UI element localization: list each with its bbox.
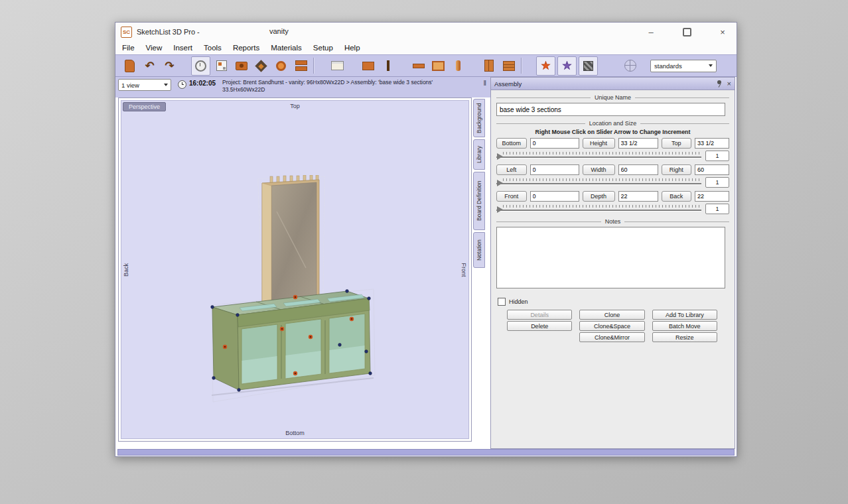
- title-bar[interactable]: SC SketchList 3D Pro - vanity – ×: [115, 23, 737, 41]
- view-count-value: 1 view: [121, 82, 139, 89]
- front-button[interactable]: Front: [496, 191, 527, 202]
- notes-textarea[interactable]: [496, 227, 725, 288]
- toolbar: ↶ ↷: [115, 54, 737, 77]
- bottom-input[interactable]: [530, 138, 579, 149]
- app-title: SketchList 3D Pro -: [137, 28, 200, 36]
- height-button[interactable]: Height: [583, 138, 615, 149]
- view-count-dropdown[interactable]: 1 view: [118, 79, 171, 91]
- move-icon[interactable]: [252, 57, 270, 75]
- document-title: vanity: [269, 27, 289, 35]
- rail-icon[interactable]: [409, 57, 427, 75]
- height-input[interactable]: [618, 138, 658, 149]
- left-input[interactable]: [530, 164, 579, 175]
- tab-library[interactable]: Library: [473, 139, 485, 170]
- board-icon[interactable]: [359, 57, 377, 75]
- add-to-library-button[interactable]: Add To Library: [652, 310, 717, 320]
- hidden-checkbox[interactable]: [498, 298, 506, 306]
- maximize-button[interactable]: [681, 26, 693, 38]
- depth-slider[interactable]: [496, 204, 701, 214]
- timer-icon[interactable]: [191, 56, 210, 76]
- slider-thumb[interactable]: [497, 180, 503, 186]
- unique-name-input[interactable]: [496, 103, 725, 116]
- back-button[interactable]: Back: [662, 191, 692, 202]
- menu-setup[interactable]: Setup: [313, 44, 333, 52]
- clone-space-button[interactable]: Clone&Space: [579, 321, 644, 331]
- door-icon[interactable]: [480, 57, 498, 75]
- camera-icon[interactable]: [232, 57, 250, 75]
- menu-file[interactable]: File: [122, 44, 135, 52]
- clone-button[interactable]: Clone: [579, 310, 644, 320]
- slider-thumb[interactable]: [497, 206, 503, 213]
- viewport-edge-label-top: Top: [121, 103, 468, 109]
- explode-icon[interactable]: [536, 56, 555, 76]
- viewport-canvas[interactable]: Perspective Top Bottom Back Front: [121, 100, 469, 439]
- drawer-icon[interactable]: [500, 57, 518, 75]
- depth-input[interactable]: [618, 191, 658, 202]
- app-window: SC SketchList 3D Pro - vanity – × File V…: [115, 22, 737, 457]
- toolbar-separator: [521, 58, 522, 74]
- standards-dropdown[interactable]: standards: [650, 60, 717, 72]
- panel-close-icon[interactable]: ×: [727, 80, 731, 88]
- assembly-panel-title: Assembly: [494, 80, 522, 88]
- menu-insert[interactable]: Insert: [173, 44, 192, 52]
- viewport-edge-label-left: Back: [123, 263, 129, 276]
- clone-mirror-button[interactable]: Clone&Mirror: [579, 332, 644, 342]
- horizontal-scrollbar[interactable]: [117, 449, 735, 456]
- menu-tools[interactable]: Tools: [204, 44, 222, 52]
- splitter-handle-icon[interactable]: ‖: [483, 79, 486, 87]
- top-button[interactable]: Top: [662, 138, 692, 149]
- depth-increment-box[interactable]: 1: [705, 204, 729, 214]
- new-document-icon[interactable]: [121, 57, 139, 75]
- redo-icon[interactable]: ↷: [161, 57, 178, 75]
- tab-notation[interactable]: Notation: [473, 232, 485, 268]
- width-slider[interactable]: [496, 178, 701, 188]
- globe-icon[interactable]: [621, 57, 639, 75]
- tab-board-definition[interactable]: Board Definition: [473, 172, 485, 230]
- width-button[interactable]: Width: [583, 164, 615, 175]
- tab-background[interactable]: Background: [473, 99, 485, 137]
- vanity-3d-model[interactable]: [206, 175, 392, 407]
- back-input[interactable]: [695, 191, 729, 202]
- width-input[interactable]: [618, 164, 658, 175]
- right-button[interactable]: Right: [662, 164, 692, 175]
- dowel-icon[interactable]: [272, 57, 290, 75]
- viewport-edge-label-bottom: Bottom: [121, 430, 468, 436]
- minimize-button[interactable]: –: [645, 26, 657, 38]
- undo-icon[interactable]: ↶: [141, 57, 159, 75]
- panel-icon[interactable]: [429, 57, 447, 75]
- leg-icon[interactable]: [449, 57, 467, 75]
- top-input[interactable]: [695, 138, 729, 149]
- menu-materials[interactable]: Materials: [271, 44, 302, 52]
- session-time: 16:02:05: [189, 80, 216, 87]
- menu-view[interactable]: View: [146, 44, 163, 52]
- height-increment-box[interactable]: 1: [705, 151, 729, 161]
- resize-button[interactable]: Resize: [652, 332, 717, 342]
- delete-button[interactable]: Delete: [507, 321, 572, 331]
- divider-icon[interactable]: [379, 57, 397, 75]
- bottom-button[interactable]: Bottom: [496, 138, 527, 149]
- front-input[interactable]: [530, 191, 579, 202]
- details-button[interactable]: Details: [507, 310, 572, 320]
- right-input[interactable]: [695, 164, 729, 175]
- shelf-icon[interactable]: [292, 57, 310, 75]
- height-slider[interactable]: [496, 151, 701, 161]
- slider-thumb[interactable]: [497, 153, 503, 160]
- left-button[interactable]: Left: [496, 164, 527, 175]
- window-controls: – ×: [645, 23, 729, 41]
- batch-move-button[interactable]: Batch Move: [652, 321, 717, 331]
- width-increment-box[interactable]: 1: [705, 177, 729, 188]
- countertop-icon[interactable]: [328, 57, 346, 75]
- menu-reports[interactable]: Reports: [233, 44, 259, 52]
- pin-icon[interactable]: [716, 80, 723, 88]
- action-col-3: Add To Library Batch Move Resize: [652, 310, 717, 342]
- menu-help[interactable]: Help: [344, 44, 360, 52]
- assembly-panel-titlebar[interactable]: Assembly ×: [491, 78, 735, 90]
- assemble-icon[interactable]: [557, 56, 577, 76]
- depth-button[interactable]: Depth: [583, 191, 615, 202]
- height-slider-line: 1: [491, 151, 735, 161]
- close-button[interactable]: ×: [717, 26, 729, 38]
- chevron-down-icon: [164, 84, 168, 86]
- room-layout-icon[interactable]: [212, 57, 230, 75]
- texture-icon[interactable]: [579, 56, 598, 76]
- desktop-background: SC SketchList 3D Pro - vanity – × File V…: [0, 0, 848, 504]
